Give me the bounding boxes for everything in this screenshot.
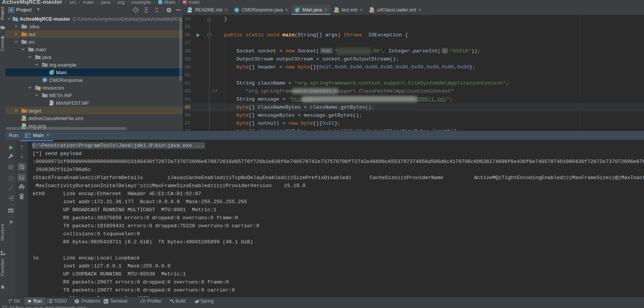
svg-text:<c: <c <box>334 10 337 13</box>
svg-text:<c: <c <box>370 10 373 13</box>
svg-text:MD: MD <box>188 10 192 13</box>
svg-text:C: C <box>296 8 298 12</box>
svg-text:<c: <c <box>22 119 25 121</box>
svg-text:C: C <box>50 71 52 75</box>
svg-text:MF: MF <box>50 103 53 106</box>
svg-text:C: C <box>236 8 238 12</box>
svg-text:C: C <box>44 78 46 82</box>
